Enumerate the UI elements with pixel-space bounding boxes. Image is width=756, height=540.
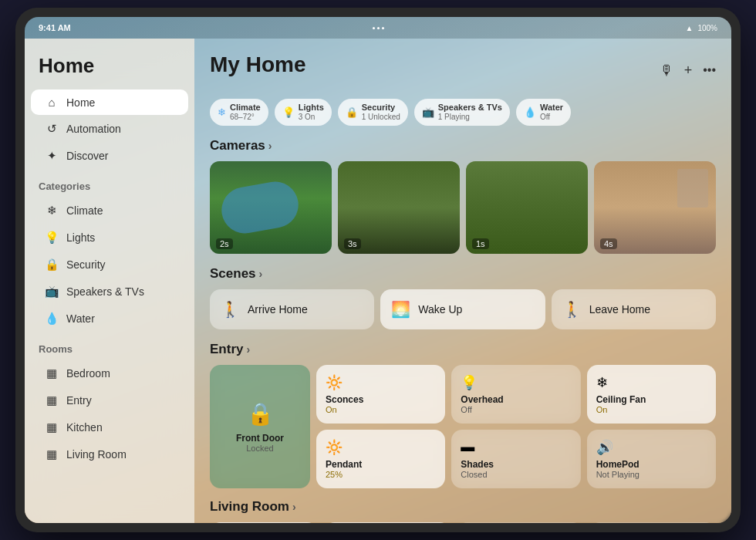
camera-card-4[interactable]: 4s bbox=[594, 161, 716, 254]
ceiling-fan-name: Ceiling Fan bbox=[596, 394, 707, 405]
camera-timestamp-2: 3s bbox=[344, 238, 361, 249]
sidebar-kitchen-label: Kitchen bbox=[66, 421, 103, 434]
homepod-status: Not Playing bbox=[596, 470, 707, 479]
arrive-home-icon: 🚶 bbox=[221, 300, 240, 319]
sidebar-item-entry[interactable]: ▦ Entry bbox=[31, 387, 188, 413]
ceiling-fan-status: On bbox=[596, 405, 707, 414]
battery-text: 100% bbox=[697, 24, 717, 32]
scenes-section-header[interactable]: Scenes › bbox=[210, 266, 716, 282]
overhead-icon: 💡 bbox=[461, 374, 571, 391]
kitchen-icon: ▦ bbox=[45, 420, 59, 434]
chip-speakers-tvs-icon: 📺 bbox=[422, 106, 434, 118]
entry-section-header[interactable]: Entry › bbox=[210, 342, 716, 357]
bedroom-icon: ▦ bbox=[45, 366, 59, 380]
sidebar-item-lights[interactable]: 💡 Lights bbox=[31, 224, 188, 251]
living-room-chevron-icon: › bbox=[292, 501, 296, 513]
sidebar-item-climate[interactable]: ❄ Climate bbox=[31, 197, 188, 224]
categories-section-title: Categories bbox=[25, 170, 194, 197]
scenes-section-label: Scenes bbox=[210, 266, 256, 282]
overhead-status: Off bbox=[461, 405, 571, 414]
device-pendant[interactable]: 🔆 Pendant 25% bbox=[316, 430, 445, 488]
entry-section-label: Entry bbox=[210, 342, 243, 357]
camera-card-2[interactable]: 3s bbox=[338, 161, 460, 254]
living-room-grid: 68° Thermostat Heating to 70 💡 Ceiling L… bbox=[210, 522, 716, 523]
sidebar-item-water[interactable]: 💧 Water bbox=[31, 305, 188, 332]
chip-speakers-tvs[interactable]: 📺 Speakers & TVs 1 Playing bbox=[414, 99, 510, 126]
category-chips: ❄ Climate 68–72° 💡 Lights 3 On bbox=[210, 99, 716, 126]
home-icon: ⌂ bbox=[45, 96, 59, 109]
wake-up-icon: 🌅 bbox=[391, 300, 410, 319]
sidebar-item-living-room[interactable]: ▦ Living Room bbox=[31, 441, 188, 467]
chip-water-label: Water bbox=[540, 103, 563, 113]
homepod-name: HomePod bbox=[596, 459, 707, 470]
ceiling-fan-icon: ❄ bbox=[596, 374, 707, 391]
chip-speakers-tvs-sub: 1 Playing bbox=[438, 113, 502, 122]
device-overhead[interactable]: 💡 Overhead Off bbox=[451, 365, 580, 424]
living-room-section-header[interactable]: Living Room › bbox=[210, 499, 716, 515]
sidebar-item-home[interactable]: ⌂ Home bbox=[31, 89, 188, 115]
wake-up-label: Wake Up bbox=[418, 303, 462, 316]
device-front-door[interactable]: 🔒 Front Door Locked bbox=[210, 365, 310, 488]
ipad-frame: 9:41 AM ▲ 100% Home ⌂ Home ↺ bbox=[15, 8, 741, 532]
living-room-icon: ▦ bbox=[45, 447, 59, 461]
chip-speakers-tvs-label: Speakers & TVs bbox=[438, 103, 502, 113]
sidebar-item-speakers-tvs[interactable]: 📺 Speakers & TVs bbox=[31, 278, 188, 305]
sidebar-bedroom-label: Bedroom bbox=[66, 367, 110, 380]
sidebar-living-room-label: Living Room bbox=[66, 448, 127, 461]
more-button[interactable]: ••• bbox=[703, 63, 716, 77]
sidebar-speakers-tvs-label: Speakers & TVs bbox=[66, 285, 144, 298]
scene-leave-home[interactable]: 🚶 Leave Home bbox=[552, 289, 716, 329]
sidebar-entry-label: Entry bbox=[66, 394, 92, 407]
sconces-name: Sconces bbox=[326, 394, 436, 405]
device-accent-lights[interactable]: 💡 Accent Lights Off bbox=[589, 522, 716, 523]
device-smart-fan[interactable]: ❄ Smart Fan Off bbox=[457, 522, 583, 523]
sidebar-item-automation[interactable]: ↺ Automation bbox=[31, 116, 188, 142]
sidebar-item-security[interactable]: 🔒 Security bbox=[31, 251, 188, 278]
automation-icon: ↺ bbox=[45, 122, 59, 136]
device-thermostat[interactable]: 68° Thermostat Heating to 70 bbox=[210, 522, 318, 523]
lights-icon: 💡 bbox=[45, 231, 59, 245]
chip-security[interactable]: 🔒 Security 1 Unlocked bbox=[338, 99, 408, 126]
speakers-tvs-icon: 📺 bbox=[45, 285, 59, 299]
rooms-section-title: Rooms bbox=[25, 332, 194, 359]
front-door-lock-icon: 🔒 bbox=[247, 401, 274, 427]
ipad-screen: 9:41 AM ▲ 100% Home ⌂ Home ↺ bbox=[25, 17, 731, 523]
sidebar-item-bedroom[interactable]: ▦ Bedroom bbox=[31, 360, 188, 386]
sconces-status: On bbox=[326, 405, 436, 414]
chip-climate-icon: ❄ bbox=[218, 106, 226, 118]
climate-icon: ❄ bbox=[45, 204, 59, 218]
scene-wake-up[interactable]: 🌅 Wake Up bbox=[380, 289, 545, 329]
cameras-section-header[interactable]: Cameras › bbox=[210, 138, 716, 154]
sidebar-lights-label: Lights bbox=[66, 231, 95, 244]
chip-water[interactable]: 💧 Water Off bbox=[516, 99, 571, 126]
sidebar-item-kitchen[interactable]: ▦ Kitchen bbox=[31, 414, 188, 440]
camera-card-3[interactable]: 1s bbox=[466, 161, 588, 254]
app-container: Home ⌂ Home ↺ Automation ✦ Discover Cate… bbox=[25, 39, 731, 523]
entry-icon: ▦ bbox=[45, 393, 59, 407]
status-bar: 9:41 AM ▲ 100% bbox=[25, 17, 731, 39]
device-ceiling-lights[interactable]: 💡 Ceiling Lights 90% bbox=[324, 522, 451, 523]
camera-card-1[interactable]: 2s bbox=[210, 161, 332, 254]
siri-button[interactable]: 🎙 bbox=[660, 62, 673, 79]
sidebar: Home ⌂ Home ↺ Automation ✦ Discover Cate… bbox=[25, 39, 194, 523]
sidebar-nav-automation-label: Automation bbox=[66, 123, 121, 135]
sidebar-nav-home-label: Home bbox=[66, 96, 95, 109]
overhead-name: Overhead bbox=[461, 394, 571, 405]
main-content: My Home 🎙 + ••• ❄ Climate 68–72° bbox=[194, 39, 731, 523]
chip-lights[interactable]: 💡 Lights 3 On bbox=[275, 99, 332, 126]
sidebar-security-label: Security bbox=[66, 258, 106, 271]
chip-climate-sub: 68–72° bbox=[230, 113, 261, 122]
sidebar-item-discover[interactable]: ✦ Discover bbox=[31, 143, 188, 169]
arrive-home-label: Arrive Home bbox=[248, 303, 308, 316]
device-ceiling-fan[interactable]: ❄ Ceiling Fan On bbox=[587, 365, 716, 424]
scene-arrive-home[interactable]: 🚶 Arrive Home bbox=[210, 289, 374, 329]
status-dot-3 bbox=[382, 27, 384, 29]
homepod-icon: 🔊 bbox=[596, 439, 707, 456]
chip-climate[interactable]: ❄ Climate 68–72° bbox=[210, 99, 268, 126]
camera-timestamp-3: 1s bbox=[472, 238, 489, 249]
device-homepod[interactable]: 🔊 HomePod Not Playing bbox=[587, 430, 716, 488]
device-shades[interactable]: ▬ Shades Closed bbox=[451, 430, 580, 488]
scenes-chevron-icon: › bbox=[259, 268, 263, 280]
device-sconces[interactable]: 🔆 Sconces On bbox=[316, 365, 445, 424]
add-button[interactable]: + bbox=[684, 62, 693, 79]
